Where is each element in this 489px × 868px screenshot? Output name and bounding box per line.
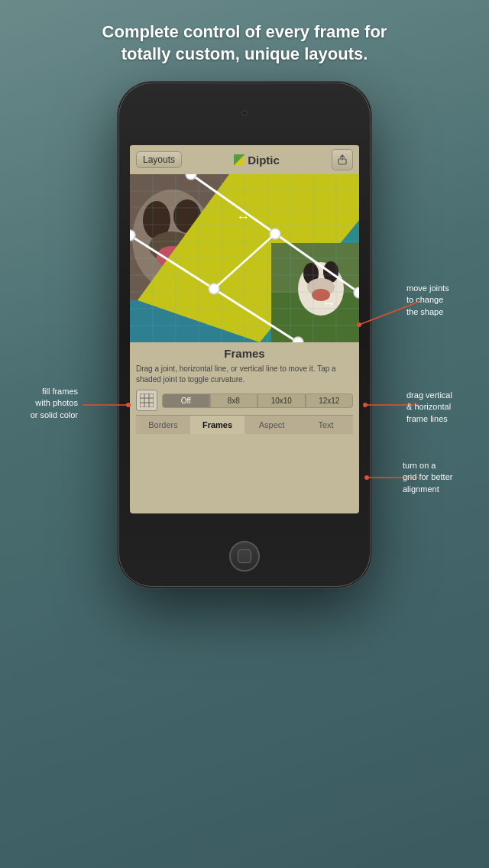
svg-text:↔: ↔ <box>236 209 250 225</box>
grid-option-8x8[interactable]: 8x8 <box>210 394 258 408</box>
logo-icon <box>234 154 244 165</box>
phone-frame: Layouts Diptic <box>118 83 371 587</box>
svg-point-41 <box>186 174 196 180</box>
svg-point-44 <box>130 230 135 241</box>
annotation-drag-lines: drag vertical& horizontalframe lines <box>406 390 475 425</box>
grid-option-12x12[interactable]: 12x12 <box>306 394 354 408</box>
grid-options-group: Off 8x8 10x10 12x12 <box>162 394 353 408</box>
home-button[interactable] <box>229 541 260 572</box>
section-title: Frames <box>136 347 353 360</box>
phone-screen: Layouts Diptic <box>130 145 359 513</box>
canvas-area: ↔ ↔ <box>130 174 359 342</box>
tab-frames[interactable]: Frames <box>190 416 244 434</box>
svg-point-45 <box>293 337 303 342</box>
tab-text[interactable]: Text <box>299 416 353 434</box>
annotation-grid-align: turn on agrid for betteralignment <box>403 460 475 495</box>
annotation-move-joints: move jointsto changethe shape <box>406 283 475 318</box>
grid-option-10x10[interactable]: 10x10 <box>257 394 306 408</box>
frames-description: Drag a joint, horizontal line, or vertic… <box>136 364 353 385</box>
tab-bar: Borders Frames Aspect Text <box>136 415 353 434</box>
svg-rect-54 <box>140 394 154 407</box>
grid-option-off[interactable]: Off <box>162 394 210 408</box>
app-bottom-panel: Frames Drag a joint, horizontal line, or… <box>130 342 359 437</box>
annotation-fill-frames: fill frameswith photosor solid color <box>9 386 78 421</box>
tab-borders[interactable]: Borders <box>136 416 190 434</box>
svg-point-42 <box>354 287 359 298</box>
svg-text:↔: ↔ <box>322 296 335 311</box>
tab-aspect[interactable]: Aspect <box>244 416 299 434</box>
header-text: Complete control of every frame for tota… <box>84 21 405 65</box>
app-topbar: Layouts Diptic <box>130 145 359 174</box>
layouts-button[interactable]: Layouts <box>136 151 182 168</box>
share-button[interactable] <box>332 149 353 170</box>
grid-icon <box>136 390 157 411</box>
camera-lens <box>241 110 248 116</box>
grid-control-row: Off 8x8 10x10 12x12 <box>136 390 353 411</box>
app-logo: Diptic <box>234 154 280 167</box>
